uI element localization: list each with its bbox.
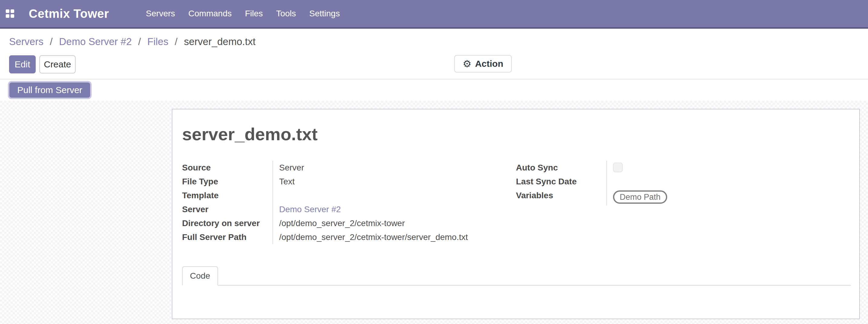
field-row-file-type: File TypeText [182, 175, 468, 189]
form-sheet: server_demo.txt SourceServerFile TypeTex… [172, 109, 860, 319]
field-row-source: SourceServer [182, 161, 468, 175]
field-row-last-sync-date: Last Sync Date [516, 175, 667, 189]
variables-tag-demo-path[interactable]: Demo Path [613, 190, 667, 204]
gear-icon: ⚙ [463, 59, 471, 69]
breadcrumb-separator: / [47, 36, 56, 47]
directory-on-server-label: Directory on server [182, 217, 273, 230]
breadcrumb-link-files[interactable]: Files [147, 36, 168, 47]
field-row-variables: VariablesDemo Path [516, 189, 667, 205]
right-field-group: Auto SyncLast Sync DateVariablesDemo Pat… [516, 161, 667, 244]
variables-value-cell: Demo Path [607, 189, 667, 205]
control-panel: Servers / Demo Server #2 / Files / serve… [0, 29, 868, 79]
pull-from-server-button[interactable]: Pull from Server [8, 81, 92, 99]
menu-files[interactable]: Files [244, 7, 264, 20]
control-panel-buttons: Edit Create [9, 55, 75, 73]
left-fields: SourceServerFile TypeTextTemplateServerD… [182, 161, 468, 244]
last-sync-date-label: Last Sync Date [516, 175, 607, 189]
field-row-directory-on-server: Directory on server/opt/demo_server_2/ce… [182, 217, 468, 230]
edit-button[interactable]: Edit [9, 55, 36, 73]
file-type-value-cell: Text [273, 175, 468, 189]
field-row-server: ServerDemo Server #2 [182, 202, 468, 217]
apps-grid-square [10, 14, 14, 18]
left-field-group: SourceServerFile TypeTextTemplateServerD… [182, 161, 516, 244]
form-groups: SourceServerFile TypeTextTemplateServerD… [182, 161, 849, 244]
auto-sync-checkbox[interactable] [613, 163, 623, 172]
file-type-label: File Type [182, 175, 273, 189]
right-fields: Auto SyncLast Sync DateVariablesDemo Pat… [516, 161, 667, 205]
record-title: server_demo.txt [182, 123, 849, 145]
menu-tools[interactable]: Tools [276, 7, 297, 20]
template-label: Template [182, 189, 273, 202]
breadcrumb-current: server_demo.txt [184, 36, 255, 47]
variables-label: Variables [516, 189, 607, 205]
source-label: Source [182, 161, 273, 175]
menu-servers[interactable]: Servers [145, 7, 176, 20]
notebook-tabs: Code [182, 266, 851, 286]
field-row-full-server-path: Full Server Path/opt/demo_server_2/cetmi… [182, 230, 468, 244]
full-server-path-label: Full Server Path [182, 230, 273, 244]
auto-sync-value-cell [607, 161, 667, 175]
field-row-template: Template [182, 189, 468, 202]
breadcrumb-link-demo-server-2[interactable]: Demo Server #2 [59, 36, 131, 47]
field-row-auto-sync: Auto Sync [516, 161, 667, 175]
full-server-path-value-cell: /opt/demo_server_2/cetmix-tower/server_d… [273, 230, 468, 244]
source-value: Server [279, 163, 304, 172]
menu-settings[interactable]: Settings [309, 7, 340, 20]
source-value-cell: Server [273, 161, 468, 175]
apps-grid-square [6, 9, 9, 13]
breadcrumb: Servers / Demo Server #2 / Files / serve… [0, 29, 868, 47]
apps-grid-square [6, 14, 9, 18]
app-brand[interactable]: Cetmix Tower [29, 7, 109, 21]
template-value-cell [273, 189, 468, 202]
top-navbar: Cetmix Tower ServersCommandsFilesToolsSe… [0, 0, 868, 29]
server-label: Server [182, 202, 273, 217]
breadcrumb-separator: / [172, 36, 181, 47]
action-label: Action [475, 59, 503, 69]
tab-code[interactable]: Code [182, 266, 218, 286]
form-view-background: server_demo.txt SourceServerFile TypeTex… [0, 101, 868, 324]
statusbar: Pull from Server [0, 79, 868, 101]
file-type-value: Text [279, 177, 294, 186]
directory-on-server-value: /opt/demo_server_2/cetmix-tower [279, 219, 405, 228]
action-dropdown-button[interactable]: ⚙ Action [454, 55, 512, 72]
breadcrumb-separator: / [135, 36, 144, 47]
create-button[interactable]: Create [39, 55, 75, 73]
full-server-path-value: /opt/demo_server_2/cetmix-tower/server_d… [279, 232, 468, 242]
breadcrumb-link-servers[interactable]: Servers [9, 36, 43, 47]
auto-sync-label: Auto Sync [516, 161, 607, 175]
menu-commands[interactable]: Commands [188, 7, 232, 20]
apps-grid-square [10, 9, 14, 13]
last-sync-date-value-cell [607, 175, 667, 189]
server-value-cell: Demo Server #2 [273, 202, 468, 217]
directory-on-server-value-cell: /opt/demo_server_2/cetmix-tower [273, 217, 468, 230]
apps-grid-icon[interactable] [6, 9, 14, 18]
server-link[interactable]: Demo Server #2 [279, 205, 341, 214]
navbar-menu: ServersCommandsFilesToolsSettings [145, 7, 340, 20]
